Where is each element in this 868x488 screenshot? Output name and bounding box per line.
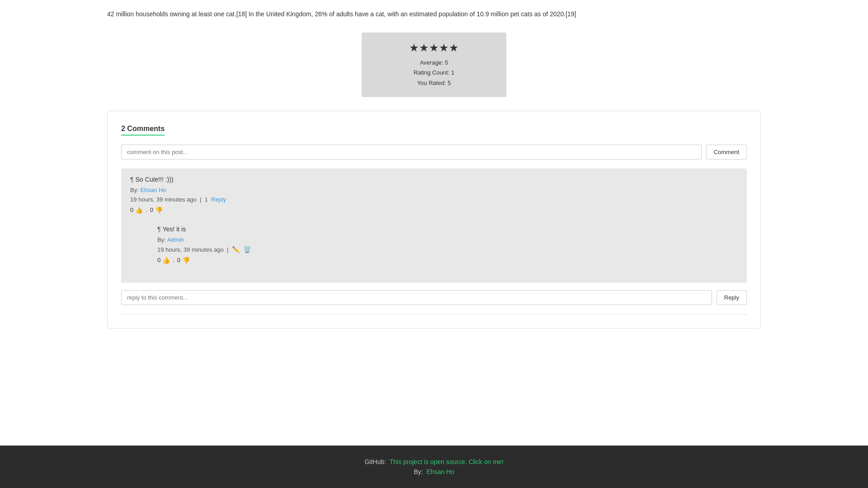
footer-by-row: By: Ehsan Ho	[9, 468, 859, 475]
average-label: Average: 5	[371, 58, 497, 68]
reply-upvote-count: 0	[157, 257, 160, 263]
upvote-count: 0	[130, 206, 133, 213]
reply-thumbs-up-icon[interactable]: 👍	[162, 257, 170, 264]
reply-timestamp-row: 19 hours, 39 minutes ago | ✏️ 🗑️	[157, 246, 729, 253]
section-divider	[121, 314, 747, 314]
reply-downvote-count: 0	[177, 257, 180, 263]
vote-row: 0 👍 . 0 👎	[130, 206, 738, 214]
page-wrapper: 42 million households owning at least on…	[0, 0, 868, 488]
paragraph-mark: ¶	[130, 176, 134, 183]
comment-meta: By: Ehsan Ho	[130, 187, 738, 193]
footer-github-row: GitHub: This project is open source. Cli…	[9, 458, 859, 465]
action-icons: ✏️ 🗑️	[232, 246, 251, 253]
footer-author-link[interactable]: Ehsan Ho	[426, 468, 454, 475]
footer-github-label: GitHub:	[364, 458, 386, 465]
reply-text: ¶Yes! it is	[157, 225, 729, 233]
reply-count: 1	[205, 196, 208, 203]
rating-count-label: Rating Count: 1	[371, 68, 497, 78]
comment-text: ¶So Cute!!! :)))	[130, 176, 738, 183]
reply-body: Yes! it is	[163, 225, 186, 233]
thumbs-down-icon[interactable]: 👎	[155, 206, 163, 214]
comment-button[interactable]: Comment	[706, 145, 747, 160]
edit-icon[interactable]: ✏️	[232, 246, 240, 253]
comment-timestamp-row: 19 hours, 39 minutes ago | 1 Reply	[130, 196, 738, 203]
rating-box: ★★★★★ Average: 5 Rating Count: 1 You Rat…	[362, 33, 506, 97]
reply-button[interactable]: Reply	[717, 290, 747, 305]
reply-paragraph-mark: ¶	[157, 225, 161, 233]
downvote-count: 0	[150, 206, 153, 213]
reply-toggle-link[interactable]: Reply	[211, 196, 226, 203]
comment-input[interactable]	[121, 145, 702, 160]
comment-body: So Cute!!! :)))	[136, 176, 174, 183]
footer-by-label: By:	[414, 468, 423, 475]
reply-input[interactable]	[121, 290, 712, 305]
by-label: By:	[130, 187, 139, 193]
reply-vote-row: 0 👍 . 0 👎	[157, 257, 729, 264]
content-area: 42 million households owning at least on…	[0, 0, 868, 446]
intro-text: 42 million households owning at least on…	[107, 9, 761, 19]
comments-section: 2 Comments Comment ¶So Cute!!! :))) By: …	[107, 111, 761, 328]
reply-meta: By: Admin	[157, 236, 729, 243]
reply-timestamp: 19 hours, 39 minutes ago	[157, 246, 224, 253]
reply-card: ¶Yes! it is By: Admin 19 hours, 39 minut…	[148, 218, 738, 271]
thumbs-up-icon[interactable]: 👍	[135, 206, 143, 214]
stars-display[interactable]: ★★★★★	[371, 42, 497, 54]
delete-icon[interactable]: 🗑️	[243, 246, 251, 253]
comment-card: ¶So Cute!!! :))) By: Ehsan Ho 19 hours, …	[121, 169, 747, 283]
comment-author[interactable]: Ehsan Ho	[140, 187, 166, 193]
comment-input-row: Comment	[121, 145, 747, 160]
footer: GitHub: This project is open source. Cli…	[0, 446, 868, 488]
you-rated-label: You Rated: 5	[371, 78, 497, 88]
reply-input-row: Reply	[121, 290, 747, 307]
reply-by-label: By:	[157, 236, 166, 243]
comments-header: 2 Comments	[121, 125, 165, 136]
reply-author[interactable]: Admin	[167, 236, 184, 243]
reply-thumbs-down-icon[interactable]: 👎	[182, 257, 190, 264]
footer-github-link[interactable]: This project is open source. Click on me…	[389, 458, 503, 465]
comment-timestamp: 19 hours, 39 minutes ago	[130, 196, 197, 203]
